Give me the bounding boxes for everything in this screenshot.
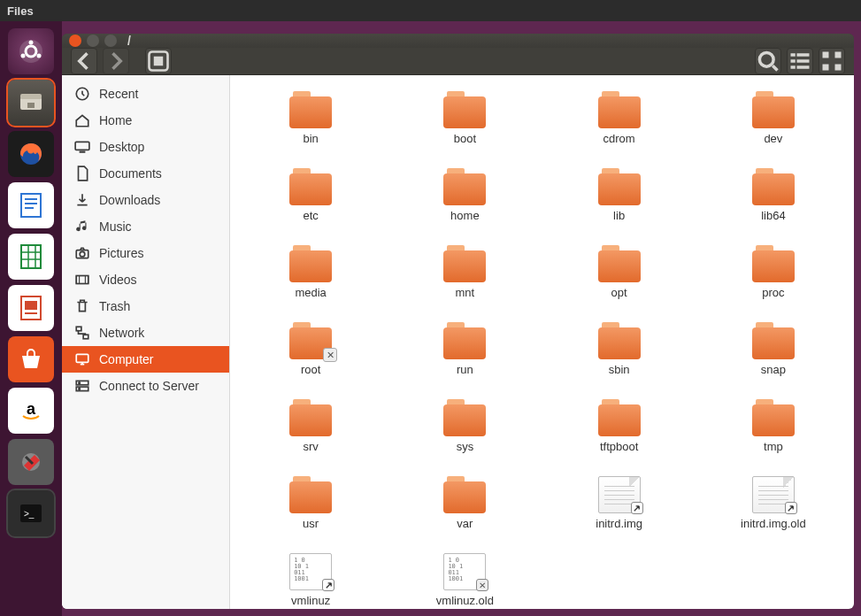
file-item[interactable]: var <box>405 476 524 530</box>
app-title: Files <box>7 4 34 18</box>
file-label: usr <box>303 517 319 530</box>
folder-icon <box>598 168 641 205</box>
sidebar-item-home[interactable]: Home <box>62 107 229 134</box>
file-item[interactable]: dev <box>714 91 833 145</box>
window-maximize-button[interactable] <box>104 35 117 47</box>
file-item[interactable]: 1 010 10111001vmlinuz <box>251 553 370 607</box>
file-item[interactable]: initrd.img.old <box>714 476 833 530</box>
file-label: boot <box>454 132 476 145</box>
window-titlebar[interactable]: / <box>62 34 854 48</box>
places-sidebar: RecentHomeDesktopDocumentsDownloadsMusic… <box>62 75 230 609</box>
file-item[interactable]: boot <box>405 91 524 145</box>
file-item[interactable]: tmp <box>714 399 833 453</box>
sidebar-item-label: Documents <box>99 166 162 181</box>
sidebar-item-pictures[interactable]: Pictures <box>62 240 229 266</box>
file-item[interactable]: sbin <box>560 322 679 376</box>
file-item[interactable]: proc <box>714 245 833 299</box>
file-item[interactable]: mnt <box>405 245 524 299</box>
folder-icon <box>289 91 332 128</box>
folder-icon <box>443 322 486 359</box>
server-icon <box>74 378 90 394</box>
nav-back-button[interactable] <box>71 48 97 74</box>
svg-rect-9 <box>21 194 41 217</box>
binary-file-icon: 1 010 10111001 <box>289 553 332 590</box>
sidebar-item-music[interactable]: Music <box>62 213 229 240</box>
file-item[interactable]: run <box>405 322 524 376</box>
svg-text:a: a <box>27 400 36 418</box>
computer-icon <box>74 351 90 367</box>
libreoffice-calc[interactable] <box>8 234 54 280</box>
window-close-button[interactable] <box>69 35 81 47</box>
file-item[interactable]: usr <box>251 476 370 530</box>
sidebar-item-label: Computer <box>99 352 153 366</box>
svg-rect-42 <box>76 354 88 362</box>
svg-rect-13 <box>21 245 41 268</box>
sidebar-item-connect-to-server[interactable]: Connect to Server <box>62 373 229 399</box>
view-list-button[interactable] <box>787 48 813 74</box>
svg-rect-32 <box>823 65 829 71</box>
file-item[interactable]: bin <box>251 91 370 145</box>
libreoffice-impress[interactable] <box>8 285 54 331</box>
file-item[interactable]: opt <box>560 245 679 299</box>
sidebar-item-documents[interactable]: Documents <box>62 160 229 187</box>
file-label: root <box>301 363 320 376</box>
file-item[interactable]: sys <box>405 399 524 453</box>
file-item[interactable]: cdrom <box>560 91 679 145</box>
desktop-icon <box>74 139 90 155</box>
folder-icon <box>598 245 641 282</box>
libreoffice-writer[interactable] <box>8 182 54 228</box>
sidebar-item-label: Recent <box>99 87 138 101</box>
sidebar-item-trash[interactable]: Trash <box>62 293 229 320</box>
file-item[interactable]: ✕root <box>251 322 370 376</box>
music-icon <box>74 219 90 235</box>
sidebar-item-downloads[interactable]: Downloads <box>62 187 229 213</box>
file-label: snap <box>761 363 786 376</box>
ubuntu-software[interactable] <box>8 336 54 382</box>
sidebar-item-recent[interactable]: Recent <box>62 81 229 107</box>
file-item[interactable]: lib64 <box>714 168 833 222</box>
sidebar-item-network[interactable]: Network <box>62 320 229 346</box>
folder-icon <box>443 245 486 282</box>
search-button[interactable] <box>755 48 781 74</box>
file-label: run <box>457 363 473 376</box>
svg-rect-29 <box>797 65 810 69</box>
svg-rect-40 <box>76 327 81 331</box>
file-item[interactable]: home <box>405 168 524 222</box>
ubuntu-dash[interactable] <box>8 28 54 74</box>
sidebar-item-computer[interactable]: Computer <box>62 346 229 373</box>
file-label: sys <box>457 440 474 453</box>
sidebar-item-videos[interactable]: Videos <box>62 266 229 293</box>
file-label: vmlinuz <box>291 594 330 607</box>
file-item[interactable]: 1 010 10111001✕vmlinuz.old <box>405 553 524 607</box>
svg-rect-15 <box>25 301 37 310</box>
svg-rect-33 <box>835 65 842 71</box>
file-item[interactable]: snap <box>714 322 833 376</box>
path-location-button[interactable] <box>145 48 172 74</box>
svg-rect-36 <box>80 151 86 153</box>
sidebar-item-desktop[interactable]: Desktop <box>62 134 229 160</box>
folder-icon <box>289 168 332 205</box>
view-grid-button[interactable] <box>819 48 845 74</box>
video-icon <box>74 272 90 288</box>
file-item[interactable]: media <box>251 245 370 299</box>
document-icon <box>74 166 90 181</box>
sidebar-item-label: Network <box>99 326 144 340</box>
file-item[interactable]: lib <box>560 168 679 222</box>
file-item[interactable]: initrd.img <box>560 476 679 530</box>
window-minimize-button[interactable] <box>87 35 99 47</box>
file-item[interactable]: tftpboot <box>560 399 679 453</box>
system-settings[interactable] <box>8 439 54 485</box>
file-view[interactable]: binbootcdromdevetchomeliblib64mediamntop… <box>230 75 854 609</box>
svg-point-45 <box>79 382 81 384</box>
terminal-app[interactable]: >_ <box>8 490 54 536</box>
amazon-app[interactable]: a <box>8 388 54 434</box>
folder-icon <box>289 476 332 513</box>
svg-rect-16 <box>25 312 37 314</box>
files-app[interactable] <box>8 80 54 126</box>
nav-forward-button[interactable] <box>103 48 129 74</box>
file-item[interactable]: etc <box>251 168 370 222</box>
file-item[interactable]: srv <box>251 399 370 453</box>
file-label: bin <box>303 132 318 145</box>
home-icon <box>74 112 90 128</box>
firefox-app[interactable] <box>8 131 54 177</box>
